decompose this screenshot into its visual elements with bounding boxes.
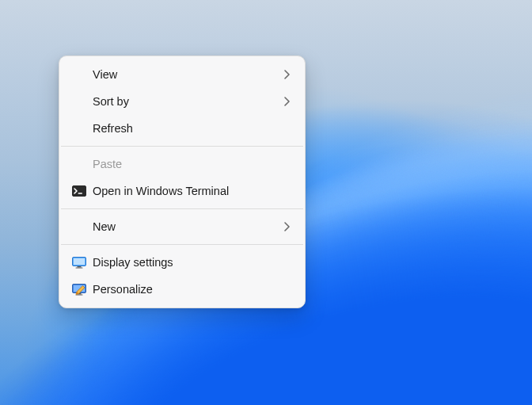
menu-item-label: View bbox=[93, 68, 283, 81]
menu-item-label: Paste bbox=[93, 158, 291, 170]
chevron-right-icon bbox=[283, 222, 291, 231]
terminal-icon bbox=[72, 185, 93, 197]
menu-item-display-settings[interactable]: Display settings bbox=[63, 249, 302, 276]
svg-rect-5 bbox=[76, 267, 83, 268]
svg-rect-4 bbox=[78, 266, 82, 267]
monitor-icon bbox=[72, 257, 93, 269]
menu-item-label: Sort by bbox=[93, 95, 283, 108]
svg-rect-3 bbox=[74, 258, 85, 264]
menu-item-label: New bbox=[93, 220, 283, 233]
chevron-right-icon bbox=[283, 97, 291, 106]
menu-item-label: Display settings bbox=[93, 256, 291, 269]
svg-rect-1 bbox=[78, 193, 83, 194]
menu-item-personalize[interactable]: Personalize bbox=[63, 276, 302, 303]
menu-item-label: Open in Windows Terminal bbox=[93, 185, 291, 197]
menu-item-label: Personalize bbox=[93, 283, 291, 296]
menu-item-new[interactable]: New bbox=[63, 213, 302, 240]
desktop-context-menu: View Sort by Refresh Paste bbox=[59, 55, 306, 308]
menu-item-view[interactable]: View bbox=[63, 61, 302, 88]
menu-item-label: Refresh bbox=[93, 122, 291, 135]
menu-divider bbox=[61, 244, 303, 245]
desktop-background[interactable]: View Sort by Refresh Paste bbox=[0, 0, 532, 405]
personalize-icon bbox=[72, 284, 93, 296]
menu-item-paste: Paste bbox=[63, 151, 302, 178]
chevron-right-icon bbox=[283, 70, 291, 79]
menu-item-sort-by[interactable]: Sort by bbox=[63, 88, 302, 115]
menu-divider bbox=[61, 208, 303, 209]
menu-divider bbox=[61, 146, 303, 147]
svg-rect-0 bbox=[73, 186, 86, 197]
menu-item-refresh[interactable]: Refresh bbox=[63, 115, 302, 142]
menu-item-open-windows-terminal[interactable]: Open in Windows Terminal bbox=[63, 178, 302, 204]
